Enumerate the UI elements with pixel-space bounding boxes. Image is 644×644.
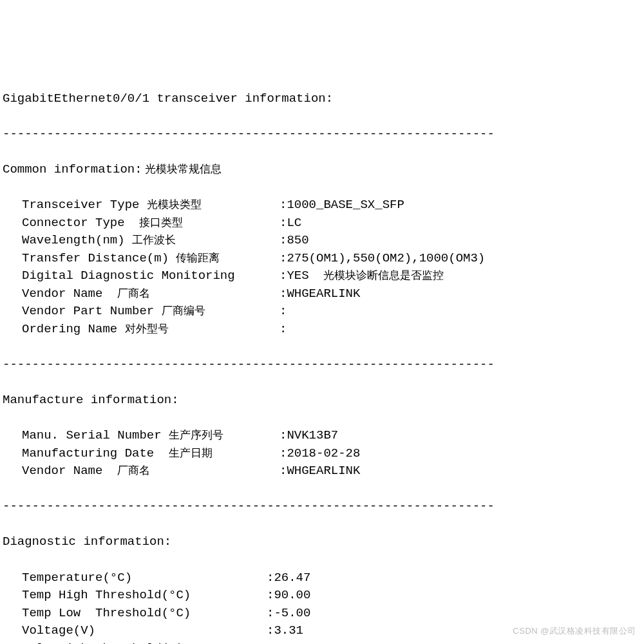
info-row: Ordering Name 对外型号:: [3, 321, 641, 339]
label-en: Vendor Name: [22, 287, 117, 301]
label-cn: 光模块类型: [147, 198, 202, 211]
info-value: :275(OM1),550(OM2),1000(OM3): [279, 250, 485, 268]
info-label: Transfer Distance(m) 传输距离: [3, 250, 279, 268]
label-cn: 生产日期: [169, 447, 213, 459]
value-text: :275(OM1),550(OM2),1000(OM3): [279, 251, 485, 265]
common-heading-cn: 光模块常规信息: [142, 163, 222, 175]
info-value: :YES 光模块诊断信息是否监控: [279, 267, 444, 285]
value-text: :: [279, 304, 287, 318]
info-label: Vendor Name 厂商名: [3, 462, 279, 480]
label-en: Manu. Serial Number: [22, 428, 169, 442]
info-row: Vendor Part Number 厂商编号:: [3, 303, 641, 321]
value-text: :1000_BASE_SX_SFP: [279, 198, 404, 212]
info-value: :26.47: [267, 569, 310, 587]
info-value: :3.31: [267, 622, 303, 640]
label-cn: 对外型号: [125, 323, 169, 335]
dash-line: ----------------------------------------…: [3, 126, 641, 144]
info-label: Vendor Part Number 厂商编号: [3, 303, 279, 321]
info-value: :: [279, 303, 287, 321]
info-row: Manufacturing Date 生产日期:2018-02-28: [3, 445, 641, 463]
title-line: GigabitEthernet0/0/1 transceiver informa…: [3, 90, 641, 108]
info-value: :: [279, 321, 287, 339]
value-text: :: [279, 322, 287, 336]
value-text: :: [279, 464, 287, 478]
label-cn: 工作波长: [132, 234, 176, 246]
info-value: :850: [279, 232, 309, 250]
label-en: Connector Type: [22, 216, 139, 230]
info-value: :WHGEARLINK: [279, 462, 360, 480]
label-en: Vendor Part Number: [22, 304, 162, 318]
value-tail-cn: 光模块诊断信息是否监控: [323, 269, 444, 281]
label-en: Vendor Name: [22, 464, 117, 478]
manufacture-heading: Manufacture information:: [3, 392, 641, 410]
info-row: Vendor Name 厂商名:WHGEARLINK: [3, 462, 641, 480]
terminal-output: GigabitEthernet0/0/1 transceiver informa…: [3, 72, 641, 644]
info-label: Vendor Name 厂商名: [3, 285, 279, 303]
label-en: Transceiver Type: [22, 198, 147, 212]
info-label: Manu. Serial Number 生产序列号: [3, 427, 279, 445]
info-row: Manu. Serial Number 生产序列号:NVK13B7: [3, 427, 641, 445]
info-label: Connector Type 接口类型: [3, 214, 279, 232]
value-text: :: [279, 287, 287, 301]
info-value: :90.00: [267, 587, 310, 605]
info-value: :2018-02-28: [279, 445, 360, 463]
value-text: :2018-02-28: [279, 446, 360, 460]
dash-line: ----------------------------------------…: [3, 356, 641, 374]
info-label: Voltage(V): [3, 622, 267, 640]
label-cn: 厂商名: [117, 464, 150, 477]
info-label: Ordering Name 对外型号: [3, 321, 279, 339]
info-row: Digital Diagnostic Monitoring:YES 光模块诊断信…: [3, 267, 641, 285]
info-value: :3.80: [267, 640, 303, 644]
info-label: Temp High Threshold(°C): [3, 587, 267, 605]
value-text: :850: [279, 233, 309, 247]
info-row: Volt High Threshold(V):3.80: [3, 640, 641, 644]
info-label: Manufacturing Date 生产日期: [3, 445, 279, 463]
label-cn: 厂商名: [117, 287, 150, 299]
label-cn: 生产序列号: [169, 429, 223, 441]
info-row: Temp High Threshold(°C):90.00: [3, 587, 641, 605]
info-value: :LC: [279, 214, 301, 232]
label-cn: 传输距离: [176, 252, 220, 264]
value-text: :LC: [279, 216, 301, 230]
label-cn: 厂商编号: [162, 305, 205, 317]
label-en: Wavelength(nm): [22, 233, 132, 247]
info-row: Transfer Distance(m) 传输距离:275(OM1),550(O…: [3, 250, 641, 268]
common-rows: Transceiver Type 光模块类型:1000_BASE_SX_SFPC…: [3, 196, 641, 338]
label-en: Ordering Name: [22, 322, 125, 336]
info-label: Wavelength(nm) 工作波长: [3, 232, 279, 250]
diagnostic-heading: Diagnostic information:: [3, 533, 641, 551]
common-heading-en: Common information:: [3, 162, 142, 176]
info-label: Volt High Threshold(V): [3, 640, 267, 644]
manufacture-rows: Manu. Serial Number 生产序列号:NVK13B7Manufac…: [3, 427, 641, 480]
info-row: Wavelength(nm) 工作波长:850: [3, 232, 641, 250]
value-tail-en: WHGEARLINK: [287, 287, 360, 301]
label-cn: 接口类型: [139, 216, 183, 229]
value-text: :NVK13B7: [279, 428, 338, 442]
value-tail-en: WHGEARLINK: [287, 464, 360, 478]
info-label: Digital Diagnostic Monitoring: [3, 267, 279, 285]
info-value: :-5.00: [267, 605, 310, 623]
info-row: Connector Type 接口类型:LC: [3, 214, 641, 232]
info-value: :1000_BASE_SX_SFP: [279, 196, 404, 214]
info-row: Temperature(°C):26.47: [3, 569, 641, 587]
info-value: :WHGEARLINK: [279, 285, 360, 303]
info-row: Vendor Name 厂商名:WHGEARLINK: [3, 285, 641, 303]
watermark: CSDN @武汉格凌科技有限公司: [513, 625, 636, 638]
label-en: Digital Diagnostic Monitoring: [22, 269, 235, 283]
common-heading: Common information: 光模块常规信息: [3, 161, 641, 179]
info-label: Temperature(°C): [3, 569, 267, 587]
info-row: Transceiver Type 光模块类型:1000_BASE_SX_SFP: [3, 196, 641, 214]
value-text: :YES: [279, 269, 323, 283]
label-en: Manufacturing Date: [22, 446, 169, 460]
dash-line: ----------------------------------------…: [3, 498, 641, 516]
info-label: Temp Low Threshold(°C): [3, 605, 267, 623]
info-row: Temp Low Threshold(°C):-5.00: [3, 605, 641, 623]
info-value: :NVK13B7: [279, 427, 338, 445]
label-en: Transfer Distance(m): [22, 251, 176, 265]
info-label: Transceiver Type 光模块类型: [3, 196, 279, 214]
